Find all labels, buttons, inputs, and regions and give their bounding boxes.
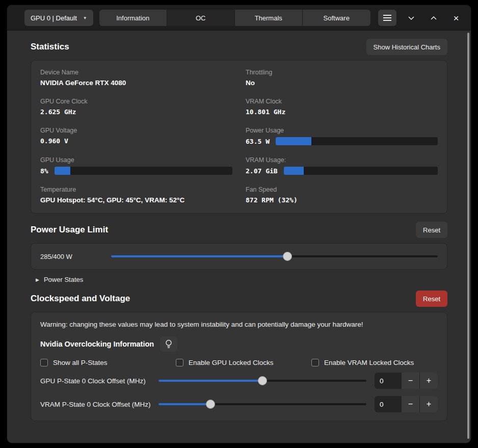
stat-power-usage: Power Usage 63.5 W <box>246 127 438 145</box>
titlebar: GPU 0 | Default ▼ Information OC Thermal… <box>7 5 471 31</box>
slider-thumb[interactable] <box>283 252 292 261</box>
statistics-card: Device Name NVIDIA GeForce RTX 4080 Thro… <box>31 60 447 214</box>
slider-thumb[interactable] <box>258 376 267 385</box>
power-limit-card: 285/400 W <box>31 243 447 270</box>
oc-page: Statistics Show Historical Charts Device… <box>7 31 471 443</box>
app-window: GPU 0 | Default ▼ Information OC Thermal… <box>7 5 471 443</box>
gpu-selector-dropdown[interactable]: GPU 0 | Default ▼ <box>24 10 93 26</box>
slider-fill <box>111 255 287 257</box>
slider-fill <box>158 380 262 382</box>
vertical-scrollbar[interactable] <box>467 33 469 439</box>
slider-thumb[interactable] <box>206 400 215 409</box>
stat-vram-clock: VRAM Clock 10.801 GHz <box>246 98 438 116</box>
spinbox-value[interactable]: 0 <box>375 396 401 412</box>
dropdown-arrow-icon: ▼ <box>83 16 87 20</box>
vram-clock-offset-label: VRAM P-State 0 Clock Offset (MHz) <box>40 401 158 408</box>
stat-label: Fan Speed <box>246 186 438 193</box>
stat-value: NVIDIA GeForce RTX 4080 <box>40 79 232 87</box>
power-limit-header: Power Usage Limit Reset <box>31 221 447 239</box>
checkbox-icon[interactable] <box>40 359 48 366</box>
decrement-button[interactable]: − <box>401 373 419 389</box>
increment-button[interactable]: + <box>419 396 438 412</box>
checkbox-label: Enable GPU Locked Clocks <box>189 359 274 366</box>
expander-arrow-icon: ▶ <box>36 277 39 282</box>
statistics-header: Statistics Show Historical Charts <box>31 38 447 56</box>
stat-vram-usage: VRAM Usage: 2.07 GiB <box>246 156 438 175</box>
tab-software[interactable]: Software <box>303 10 370 26</box>
checkbox-label: Enable VRAM Locked Clocks <box>324 359 414 366</box>
stat-value: 0.960 V <box>40 137 232 145</box>
close-icon: × <box>453 13 459 23</box>
power-limit-slider[interactable] <box>111 249 438 264</box>
stat-label: GPU Core Clock <box>40 98 232 105</box>
stat-gpu-usage: GPU Usage 8% <box>40 156 232 175</box>
stat-label: VRAM Clock <box>246 98 438 105</box>
gpu-selector-label: GPU 0 | Default <box>31 14 77 22</box>
show-historical-charts-button[interactable]: Show Historical Charts <box>366 39 448 55</box>
power-usage-bar <box>276 137 438 145</box>
decrement-button[interactable]: − <box>401 396 419 412</box>
gpu-usage-bar <box>55 167 232 175</box>
stat-value: 63.5 W <box>246 138 270 145</box>
stat-value: No <box>246 79 438 87</box>
stat-label: GPU Voltage <box>40 127 232 134</box>
enable-gpu-locked-clocks-checkbox[interactable]: Enable GPU Locked Clocks <box>176 359 311 366</box>
stat-label: GPU Usage <box>40 156 232 164</box>
stat-gpu-voltage: GPU Voltage 0.960 V <box>40 127 232 145</box>
stat-label: VRAM Usage: <box>246 156 438 164</box>
statistics-title: Statistics <box>31 42 69 52</box>
power-states-label: Power States <box>44 276 83 283</box>
gpu-clock-offset-row: GPU P-State 0 Clock Offset (MHz) 0 − + <box>40 372 438 390</box>
show-all-pstates-checkbox[interactable]: Show all P-States <box>40 359 176 366</box>
oc-info-button[interactable] <box>160 336 177 352</box>
slider-fill <box>158 403 210 405</box>
tab-oc[interactable]: OC <box>167 10 235 26</box>
vram-clock-offset-slider[interactable] <box>158 397 366 412</box>
checkbox-row: Show all P-States Enable GPU Locked Cloc… <box>40 359 438 366</box>
power-limit-reset-button[interactable]: Reset <box>416 222 447 238</box>
close-button[interactable]: × <box>448 10 464 25</box>
stat-value: 2.07 GiB <box>246 167 278 175</box>
clocks-title: Clockspeed and Voltage <box>31 294 130 304</box>
hamburger-icon <box>383 15 391 21</box>
instability-warning-text: Warning: changing these values may lead … <box>40 321 438 328</box>
tab-group: Information OC Thermals Software <box>99 10 370 26</box>
spinbox-value[interactable]: 0 <box>375 373 401 389</box>
stat-temperature: Temperature GPU Hotspot: 54°C, GPU: 45°C… <box>40 186 232 204</box>
stat-label: Power Usage <box>246 127 438 134</box>
stat-gpu-core-clock: GPU Core Clock 2.625 GHz <box>40 98 232 116</box>
increment-button[interactable]: + <box>419 373 438 389</box>
power-states-expander[interactable]: ▶ Power States <box>36 276 447 283</box>
vram-usage-bar-fill <box>284 167 304 175</box>
gpu-usage-bar-fill <box>55 167 70 175</box>
chevron-down-icon <box>408 16 414 20</box>
power-limit-title: Power Usage Limit <box>31 225 108 235</box>
clocks-card: Warning: changing these values may lead … <box>31 312 447 421</box>
nvidia-oc-info-title: Nvidia Overclocking Information <box>40 340 154 348</box>
checkbox-icon[interactable] <box>176 359 183 366</box>
checkbox-label: Show all P-States <box>53 359 108 366</box>
clocks-reset-button[interactable]: Reset <box>416 291 447 307</box>
enable-vram-locked-clocks-checkbox[interactable]: Enable VRAM Locked Clocks <box>311 359 438 366</box>
checkbox-icon[interactable] <box>311 359 319 366</box>
vram-clock-offset-spinbox: 0 − + <box>375 396 438 412</box>
menu-button[interactable] <box>378 10 396 26</box>
stat-label: Throttling <box>246 69 438 76</box>
stat-value: 2.625 GHz <box>40 108 232 116</box>
vram-clock-offset-row: VRAM P-State 0 Clock Offset (MHz) 0 − + <box>40 395 438 413</box>
tab-thermals[interactable]: Thermals <box>235 10 303 26</box>
stat-fan-speed: Fan Speed 872 RPM (32%) <box>246 186 438 204</box>
minimize-button[interactable] <box>404 10 419 25</box>
power-limit-value: 285/400 W <box>40 253 72 260</box>
lightbulb-icon <box>165 339 172 349</box>
stat-value: GPU Hotspot: 54°C, GPU: 45°C, VRAM: 52°C <box>40 196 232 204</box>
nvidia-oc-info-row: Nvidia Overclocking Information <box>40 336 438 352</box>
gpu-clock-offset-slider[interactable] <box>158 373 366 388</box>
gpu-clock-offset-label: GPU P-State 0 Clock Offset (MHz) <box>40 377 158 385</box>
stat-value: 10.801 GHz <box>246 108 438 116</box>
maximize-button[interactable] <box>426 10 441 25</box>
stat-label: Device Name <box>40 69 232 76</box>
power-usage-bar-fill <box>276 137 311 145</box>
tab-information[interactable]: Information <box>99 10 167 26</box>
clocks-header: Clockspeed and Voltage Reset <box>31 289 447 308</box>
